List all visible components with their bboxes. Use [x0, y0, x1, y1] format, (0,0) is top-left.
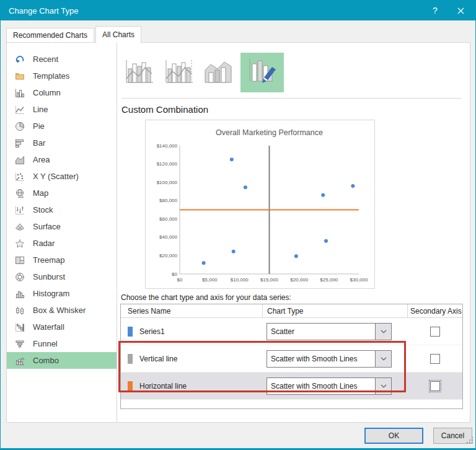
- combo-subtype-clustered-column-line-on-secondary-axis[interactable]: [161, 55, 196, 92]
- sidebar-item-map[interactable]: Map: [7, 185, 117, 201]
- subtype-heading: Custom Combination: [121, 104, 470, 115]
- chart-detail-pane: Custom Combination Overall Marketing Per…: [117, 43, 470, 422]
- sidebar-item-sunburst[interactable]: Sunburst: [7, 268, 117, 285]
- x-tick-label: $0: [177, 277, 183, 283]
- sidebar-item-label: Radar: [33, 239, 55, 248]
- sidebar-item-label: Treemap: [33, 255, 65, 265]
- scatter-point: [232, 250, 236, 254]
- stock-icon: [15, 205, 25, 215]
- chart-type-value: Scatter with Smooth Lines: [267, 351, 375, 367]
- secondary-axis-checkbox[interactable]: [430, 381, 440, 391]
- series-table: Series Name Chart Type Secondary Axis Se…: [120, 304, 463, 409]
- tab-strip: Recommended Charts All Charts: [1, 20, 475, 42]
- series-table-intro: Choose the chart type and axis for your …: [121, 293, 470, 302]
- sidebar-item-surface[interactable]: Surface: [7, 218, 117, 235]
- y-tick-label: $20,000: [159, 253, 177, 258]
- waterfall-icon: [15, 322, 25, 332]
- series-row-series1[interactable]: Series1 Scatter: [121, 318, 462, 345]
- sidebar-item-label: Column: [33, 88, 61, 97]
- scatter-point: [324, 239, 328, 243]
- x-tick-label: $5,000: [202, 277, 218, 283]
- sidebar-item-label: X Y (Scatter): [33, 172, 79, 181]
- dialog-title: Change Chart Type: [9, 6, 79, 15]
- chevron-down-icon[interactable]: [375, 378, 391, 394]
- y-tick-label: $0: [172, 271, 177, 277]
- series-row-horizontal-line[interactable]: Horizontal line Scatter with Smooth Line…: [121, 373, 462, 400]
- chart-type-value: Scatter with Smooth Lines: [267, 378, 375, 394]
- chart-type-dropdown[interactable]: Scatter with Smooth Lines: [267, 350, 392, 368]
- funnel-icon: [15, 339, 25, 349]
- series-color-swatch: [128, 381, 133, 391]
- secondary-axis-checkbox[interactable]: [430, 327, 440, 337]
- series-name: Vertical line: [139, 355, 177, 363]
- x-tick-label: $25,000: [320, 277, 338, 283]
- sidebar-item-label: Area: [33, 155, 50, 164]
- sidebar-item-label: Funnel: [33, 339, 58, 348]
- sidebar-item-box-whisker[interactable]: Box & Whisker: [7, 302, 117, 319]
- custom-combination-icon: [247, 58, 278, 87]
- close-icon[interactable]: [446, 1, 475, 20]
- resize-grip[interactable]: [467, 435, 474, 446]
- sidebar-item-label: Combo: [33, 356, 59, 365]
- y-tick-label: $60,000: [159, 216, 177, 222]
- ok-button[interactable]: OK: [364, 428, 423, 444]
- sidebar-item-recent[interactable]: Recent: [7, 51, 117, 68]
- sidebar-item-column[interactable]: Column: [7, 84, 117, 101]
- sidebar-item-label: Box & Whisker: [33, 306, 86, 315]
- change-chart-type-dialog: Change Chart Type ? Recommended Charts A…: [0, 0, 476, 450]
- recent-icon: [15, 55, 25, 64]
- sidebar-item-stock[interactable]: Stock: [7, 201, 117, 218]
- sidebar-item-funnel[interactable]: Funnel: [7, 335, 117, 352]
- sidebar-item-histogram[interactable]: Histogram: [7, 285, 117, 302]
- x-tick-label: $20,000: [290, 277, 308, 283]
- y-tick-label: $140,000: [157, 143, 178, 149]
- x-tick-label: $15,000: [260, 277, 278, 283]
- combo-subtype-custom-combination[interactable]: [240, 53, 284, 92]
- sidebar-item-waterfall[interactable]: Waterfall: [7, 319, 117, 335]
- subtype-divider: [121, 98, 461, 99]
- y-tick-label: $100,000: [157, 180, 178, 185]
- secondary-axis-checkbox[interactable]: [430, 354, 440, 364]
- x-tick-label: $10,000: [231, 277, 249, 283]
- chart-type-dropdown[interactable]: Scatter: [267, 323, 392, 340]
- stacked-area-clustered-column-icon: [203, 59, 234, 89]
- column-header-chart-type: Chart Type: [263, 304, 408, 317]
- sunburst-icon: [15, 272, 25, 282]
- pie-icon: [15, 121, 25, 131]
- sidebar-item-pie[interactable]: Pie: [7, 118, 117, 135]
- sidebar-item-label: Line: [33, 105, 48, 114]
- series-color-swatch: [128, 354, 133, 364]
- chart-preview: Overall Marketing Performance$0$20,000$4…: [146, 120, 374, 288]
- series-row-vertical-line[interactable]: Vertical line Scatter with Smooth Lines: [121, 345, 462, 373]
- histogram-icon: [15, 289, 25, 299]
- dialog-content: RecentTemplatesColumnLinePieBarAreaX Y (…: [6, 42, 470, 423]
- sidebar-item-label: Recent: [33, 55, 58, 64]
- help-icon[interactable]: ?: [424, 1, 446, 20]
- scatter-point: [351, 184, 355, 188]
- sidebar-item-treemap[interactable]: Treemap: [7, 252, 117, 268]
- sidebar-item-label: Stock: [33, 205, 53, 214]
- sidebar-item-x-y-scatter[interactable]: X Y (Scatter): [7, 168, 117, 185]
- clustered-column-line-on-secondary-axis-icon: [163, 59, 194, 89]
- sidebar-item-line[interactable]: Line: [7, 101, 117, 118]
- series-table-header: Series Name Chart Type Secondary Axis: [121, 304, 462, 318]
- sidebar-item-templates[interactable]: Templates: [7, 68, 117, 84]
- tab-all-charts[interactable]: All Charts: [95, 26, 141, 43]
- sidebar-item-combo[interactable]: Combo: [7, 352, 117, 369]
- sidebar-item-area[interactable]: Area: [7, 151, 117, 168]
- scatter-point: [202, 261, 206, 265]
- sidebar-item-label: Sunburst: [33, 272, 65, 281]
- chart-type-dropdown[interactable]: Scatter with Smooth Lines: [267, 377, 392, 395]
- scatter-point: [294, 254, 298, 258]
- treemap-icon: [15, 255, 25, 265]
- chart-type-sidebar: RecentTemplatesColumnLinePieBarAreaX Y (…: [7, 43, 117, 422]
- combo-subtype-clustered-column-line[interactable]: [121, 55, 156, 92]
- chevron-down-icon[interactable]: [375, 351, 391, 367]
- chevron-down-icon[interactable]: [375, 324, 391, 340]
- sidebar-item-bar[interactable]: Bar: [7, 135, 117, 151]
- combo-subtype-stacked-area-clustered-column[interactable]: [201, 55, 236, 92]
- sidebar-item-radar[interactable]: Radar: [7, 235, 117, 252]
- combo-icon: [15, 356, 25, 366]
- tab-recommended-charts[interactable]: Recommended Charts: [6, 28, 94, 42]
- line-icon: [15, 105, 25, 115]
